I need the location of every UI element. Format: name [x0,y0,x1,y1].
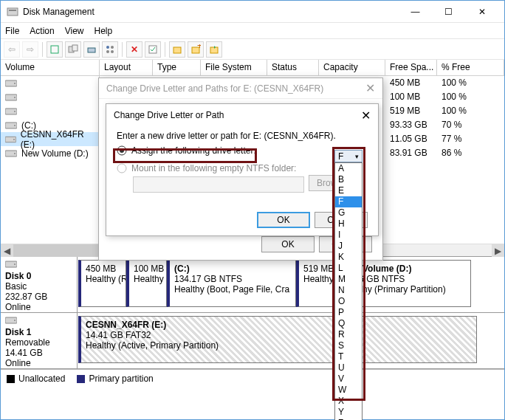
drive-letter-option[interactable]: V [335,373,362,385]
toolbar-btn-7[interactable] [169,41,185,58]
drive-letter-option[interactable]: H [335,218,362,230]
drive-letter-option[interactable]: N [335,285,362,296]
drive-letter-option[interactable]: T [335,351,362,362]
dialog2-close-icon[interactable]: ✕ [361,109,371,123]
drive-letter-option[interactable]: I [335,230,362,241]
free-space: 11.05 GB [385,132,437,146]
drive-letter-option[interactable]: G [335,207,362,218]
drive-letter-option[interactable]: Q [335,318,362,329]
col-status[interactable]: Status [267,60,319,75]
volume-name: New Volume (D:) [21,148,89,159]
svg-rect-2 [51,46,58,53]
delete-icon[interactable]: ✕ [126,41,142,58]
menu-file[interactable]: File [5,26,19,36]
maximize-button[interactable]: ☐ [432,1,465,22]
col-type[interactable]: Type [153,60,201,75]
minimize-button[interactable]: — [399,1,432,22]
free-space: 100 MB [385,90,437,104]
svg-rect-11 [174,47,181,53]
dialog1-close-icon[interactable]: ✕ [365,81,375,95]
volume-row[interactable]: CESNN_X64FR (E:) [1,132,99,146]
col-capacity[interactable]: Capacity [319,60,385,75]
partition[interactable]: 100 MBHealthy ( [126,260,167,307]
partition[interactable]: 519 MBHealthy [296,260,334,307]
toolbar-btn-6[interactable] [145,41,161,58]
drive-letter-options[interactable]: ABEFGHIJKLMNOPQRSTUVWXYZ [334,162,363,420]
forward-button[interactable]: ⇨ [22,41,38,58]
toolbar-btn-9[interactable] [206,41,222,58]
col-fs[interactable]: File System [201,60,267,75]
drive-letter-option[interactable]: K [335,252,362,263]
drive-letter-option[interactable]: A [335,163,362,174]
toolbar-btn-1[interactable] [47,41,63,58]
drive-letter-option[interactable]: Y [335,407,362,418]
drive-letter-option[interactable]: L [335,263,362,274]
radio-mount-icon[interactable] [117,163,127,173]
col-layout[interactable]: Layout [100,60,153,75]
toolbar-btn-4[interactable] [102,41,118,58]
svg-point-22 [14,125,16,126]
drive-letter-option[interactable]: W [335,385,362,396]
menu-help[interactable]: Help [95,26,113,36]
svg-point-32 [120,148,124,153]
drive-letter-option[interactable]: E [335,185,362,196]
col-pctfree[interactable]: % Free [437,60,504,75]
col-freespace[interactable]: Free Spa... [385,60,437,75]
svg-point-9 [111,50,114,53]
disk-info[interactable]: Disk 0Basic232.87 GBOnline [1,257,78,312]
drive-letter-option[interactable]: U [335,362,362,373]
disk-row: Disk 0Basic232.87 GBOnline450 MBHealthy … [1,257,504,313]
drive-letter-option[interactable]: F [335,196,362,207]
disk-info[interactable]: Disk 1Removable14.41 GBOnline [1,313,78,368]
svg-point-18 [14,97,16,98]
radio-assign-label[interactable]: Assign the following drive letter: [131,145,256,156]
menu-view[interactable]: View [65,26,84,36]
free-space: 83.91 GB [385,146,437,160]
toolbar-btn-3[interactable] [83,41,100,58]
disk-row: Disk 1Removable14.41 GBOnlineCESNN_X64FR… [1,313,504,369]
drive-letter-option[interactable]: S [335,340,362,351]
partition[interactable]: (C:)134.17 GB NTFSHealthy (Boot, Page Fi… [167,260,296,307]
dialog1-title: Change Drive Letter and Paths for E: (CE… [106,83,323,94]
drive-letter-select[interactable]: F ▾ [334,150,363,162]
dialog2-title: Change Drive Letter or Path [114,110,224,120]
svg-point-16 [14,83,16,84]
drive-letter-option[interactable]: J [335,241,362,252]
scroll-left-icon[interactable]: ◀ [1,244,13,257]
svg-text:+: + [197,44,201,51]
free-space: 93.33 GB [385,118,437,132]
disk-pane: Disk 0Basic232.87 GBOnline450 MBHealthy … [1,256,504,369]
column-headers: Volume Layout Type File System Status Ca… [1,60,504,76]
scroll-right-icon[interactable]: ▶ [492,244,504,257]
volume-row[interactable] [1,90,99,104]
radio-assign-icon[interactable] [117,145,127,156]
partition[interactable]: 450 MBHealthy (Rec [78,260,126,307]
dialog2-ok-button[interactable]: OK [257,212,310,228]
titlebar: Disk Management — ☐ ✕ [1,1,504,23]
svg-rect-4 [72,45,78,51]
drive-letter-option[interactable]: R [335,329,362,340]
volume-row[interactable] [1,104,99,118]
drive-letter-option[interactable]: X [335,396,362,407]
svg-point-33 [117,164,126,173]
drive-letter-option[interactable]: O [335,296,362,307]
svg-point-6 [106,46,109,49]
drive-letter-option[interactable]: B [335,174,362,185]
menu-action[interactable]: Action [30,26,54,36]
scroll-thumb[interactable] [13,244,109,257]
drive-letter-option[interactable]: M [335,274,362,285]
toolbar-btn-2[interactable] [65,41,81,58]
back-button[interactable]: ⇦ [4,41,20,58]
svg-point-20 [14,111,16,112]
close-button[interactable]: ✕ [465,1,498,22]
drive-letter-value: F [338,151,343,162]
window-title: Disk Management [23,7,399,17]
volume-row[interactable] [1,76,99,90]
partition[interactable]: CESNN_X64FR (E:)14.41 GB FAT32Healthy (A… [78,316,477,363]
volume-row[interactable]: New Volume (D:) [1,146,99,160]
dialog1-ok-button[interactable]: OK [261,236,315,252]
drive-letter-option[interactable]: P [335,307,362,318]
toolbar-btn-8[interactable]: + [188,41,204,58]
col-volume[interactable]: Volume [1,60,100,75]
menubar: File Action View Help [1,23,504,39]
